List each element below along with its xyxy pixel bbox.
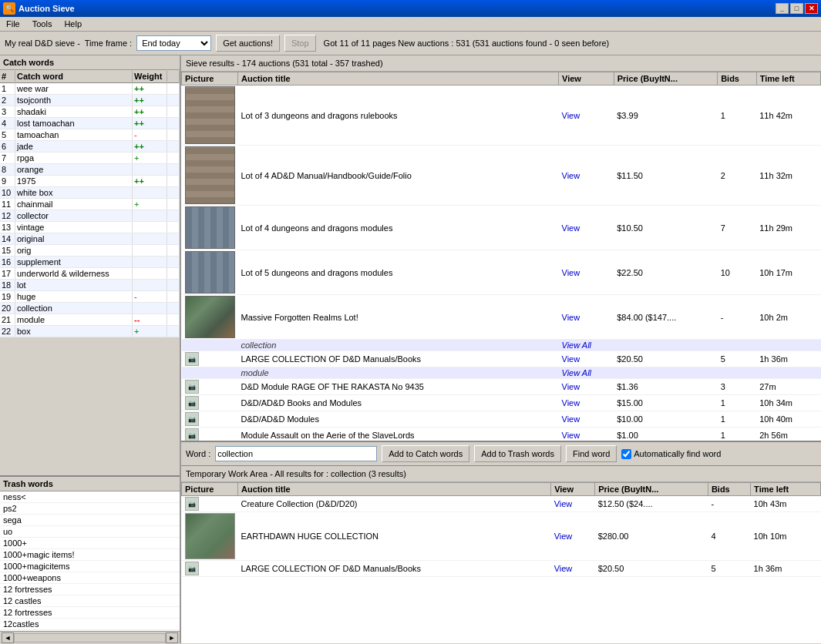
auction-thumbnail-small: 📷 [185, 497, 199, 511]
catch-word-row[interactable]: 16 supplement [0, 257, 180, 268]
timeframe-label: Time frame : [85, 39, 132, 48]
cw-weight: + [133, 326, 167, 337]
catch-word-row[interactable]: 4 lost tamoachan ++ [0, 118, 180, 129]
cw-action [167, 257, 180, 267]
picture-cell: 📷 [182, 379, 238, 395]
catch-word-row[interactable]: 1 wee war ++ [0, 83, 180, 95]
catch-word-row[interactable]: 9 1975 ++ [0, 176, 180, 187]
minimize-button[interactable]: _ [776, 3, 789, 14]
catch-word-row[interactable]: 12 collector [0, 210, 180, 222]
temp-results-container[interactable]: Picture Auction title View Price (BuyItN… [181, 482, 821, 643]
cw-weight [133, 210, 167, 221]
temp-col-time: Time left [751, 483, 821, 496]
word-input[interactable] [215, 446, 377, 461]
catch-word-row[interactable]: 11 chainmail + [0, 199, 180, 210]
stop-button[interactable]: Stop [284, 35, 316, 52]
bids-cell: 4 [708, 512, 750, 561]
bids-cell: - [718, 295, 757, 340]
cw-word: collection [15, 303, 133, 314]
view-link[interactable]: View [562, 268, 580, 277]
scroll-left-btn[interactable]: ◄ [2, 632, 14, 643]
timeframe-select[interactable]: End today End in 1 hour End in 3 hours [136, 35, 211, 51]
view-link[interactable]: View [562, 398, 580, 408]
cw-action [167, 291, 180, 302]
catch-word-row[interactable]: 10 white box [0, 187, 180, 199]
temp-work-section: Temporary Work Area - All results for : … [181, 466, 821, 643]
sieve-results-table: Picture Auction title View Price (BuyItN… [181, 72, 821, 442]
bids-cell: 7 [718, 206, 757, 250]
table-row: 📷 LARGE COLLECTION OF D&D Manuals/Books … [182, 351, 821, 367]
menu-tools[interactable]: Tools [29, 18, 56, 29]
get-auctions-button[interactable]: Get auctions! [216, 35, 280, 52]
view-all-link[interactable]: View All [562, 368, 592, 377]
title-bar-left: 🔍 Auction Sieve [3, 2, 75, 15]
view-cell: View [559, 86, 614, 146]
add-catch-button[interactable]: Add to Catch words [382, 445, 469, 462]
view-link[interactable]: View [562, 171, 580, 180]
view-link[interactable]: View [562, 223, 580, 233]
close-button[interactable]: ✕ [805, 3, 818, 14]
maximize-button[interactable]: □ [790, 3, 803, 14]
catch-word-row[interactable]: 21 module -- [0, 314, 180, 326]
catch-word-row[interactable]: 3 shadaki ++ [0, 106, 180, 118]
auction-title: D&D/AD&D Modules [238, 411, 559, 428]
view-cell: View [551, 512, 595, 561]
auction-thumbnail-small: 📷 [185, 352, 199, 366]
find-word-button[interactable]: Find word [566, 445, 617, 462]
cw-word: lost tamoachan [15, 118, 133, 129]
cw-word: lot [15, 280, 133, 290]
cw-num: 6 [0, 141, 15, 152]
catch-word-row[interactable]: 8 orange [0, 164, 180, 176]
catch-word-row[interactable]: 20 collection [0, 303, 180, 314]
left-hscrollbar[interactable]: ◄ ► [0, 631, 180, 643]
view-link[interactable]: View [554, 564, 573, 573]
menu-help[interactable]: Help [61, 18, 85, 29]
catch-word-row[interactable]: 7 rpga + [0, 153, 180, 164]
bids-cell: 1 [718, 411, 757, 428]
auction-thumbnail-small: 📷 [185, 412, 199, 426]
menu-file[interactable]: File [3, 18, 23, 29]
catch-word-row[interactable]: 13 vintage [0, 222, 180, 233]
bids-cell: 2 [718, 146, 757, 206]
cw-num: 5 [0, 129, 15, 140]
status-text: Got 11 of 11 pages New auctions : 531 (5… [324, 39, 610, 48]
add-trash-button[interactable]: Add to Trash words [474, 445, 561, 462]
trash-word-item: 1000+magic items! [0, 549, 180, 561]
sieve-label: My real D&D sieve - [5, 39, 80, 48]
scroll-right-btn[interactable]: ► [166, 632, 178, 643]
bids-cell: 1 [718, 395, 757, 411]
view-link[interactable]: View [562, 354, 580, 364]
table-row: 📷 D&D/AD&D Modules View $10.00 1 10h 40m [182, 411, 821, 428]
view-link[interactable]: View [554, 532, 573, 541]
cw-num: 20 [0, 303, 15, 314]
catch-word-row[interactable]: 2 tsojconth ++ [0, 95, 180, 106]
sieve-header: Sieve results - 174 auctions (531 total … [181, 55, 821, 72]
cw-col-action [167, 71, 180, 82]
view-link[interactable]: View [562, 111, 580, 120]
auction-thumbnail [185, 146, 235, 204]
picture-cell: 📷 [182, 561, 238, 577]
view-link[interactable]: View [562, 382, 580, 391]
view-all-link[interactable]: View All [562, 340, 592, 350]
catch-word-row[interactable]: 18 lot [0, 280, 180, 291]
catch-word-row[interactable]: 5 tamoachan - [0, 129, 180, 141]
view-link[interactable]: View [562, 313, 580, 322]
auto-find-checkbox[interactable] [621, 449, 631, 459]
view-link[interactable]: View [562, 414, 580, 424]
catch-word-row[interactable]: 6 jade ++ [0, 141, 180, 153]
catch-word-row[interactable]: 15 orig [0, 245, 180, 257]
catch-word-row[interactable]: 19 huge - [0, 291, 180, 303]
picture-cell [182, 86, 238, 146]
cw-num: 11 [0, 199, 15, 210]
catch-word-row[interactable]: 22 box + [0, 326, 180, 337]
view-link[interactable]: View [554, 499, 573, 508]
catch-word-row[interactable]: 17 underworld & wilderness [0, 268, 180, 280]
trash-word-item: 1000+ [0, 538, 180, 549]
auction-thumbnail-small: 📷 [185, 428, 199, 442]
sieve-results-container[interactable]: Picture Auction title View Price (BuyItN… [181, 72, 821, 442]
auction-title: LARGE COLLECTION OF D&D Manuals/Books [238, 351, 559, 367]
catch-word-row[interactable]: 14 original [0, 233, 180, 245]
cw-word: module [15, 314, 133, 325]
view-cell: View [559, 379, 614, 395]
view-link[interactable]: View [562, 431, 580, 440]
